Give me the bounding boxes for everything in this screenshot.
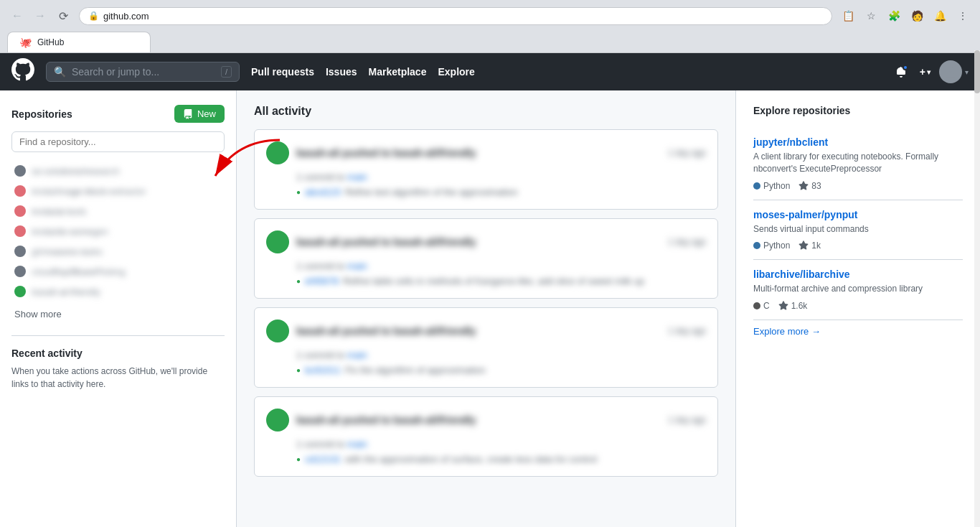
activity-header: basah-ali pushed to basah-ali/friendly 1… (266, 230, 706, 253)
explore-repo-link[interactable]: jupyter/nbclient (753, 136, 963, 148)
github-header: 🔍 Search or jump to... / Pull requests I… (0, 53, 980, 90)
explore-repo-desc: Multi-format archive and compression lib… (753, 283, 963, 295)
back-button[interactable]: ← (7, 6, 27, 26)
branch-link[interactable]: main (347, 439, 367, 449)
commit-sha-link[interactable]: bc91011 (305, 365, 341, 376)
activity-pushed: 1 commit to main (296, 172, 706, 182)
menu-btn[interactable]: ⋮ (953, 6, 973, 26)
tab-title: GitHub (37, 37, 64, 47)
nav-pull-requests[interactable]: Pull requests (251, 63, 314, 80)
explore-sidebar: Explore repositories jupyter/nbclient A … (736, 90, 980, 527)
repo-avatar (14, 205, 26, 217)
list-item[interactable]: gh/reasons-tasks (11, 241, 225, 261)
main-nav: Pull requests Issues Marketplace Explore (251, 63, 475, 80)
activity-pushed: 1 commit to main (296, 439, 706, 449)
list-item[interactable]: basah-ai-friendly (11, 281, 225, 302)
repo-search-input[interactable] (11, 131, 225, 152)
notification-dot (903, 65, 908, 70)
repo-list: iai-solutions/research kinda/image-block… (11, 161, 225, 302)
nav-issues[interactable]: Issues (326, 63, 357, 80)
commit-sha-link[interactable]: ef45678 (305, 276, 339, 286)
sidebar: Repositories New iai-solutions/research … (0, 90, 237, 527)
repo-name: gh/reasons-tasks (32, 246, 103, 257)
commit-dot: ● (296, 455, 301, 463)
explore-repo-item: jupyter/nbclient A client library for ex… (753, 128, 963, 200)
language-dot (753, 182, 760, 190)
explore-repo-meta: Python 83 (753, 181, 963, 191)
sidebar-header: Repositories New (11, 105, 225, 123)
language-dot (753, 242, 760, 249)
branch-link[interactable]: main (347, 172, 367, 182)
forward-button[interactable]: → (30, 6, 50, 26)
activity-title: basah-ali pushed to basah-ali/friendly (296, 414, 661, 426)
list-item[interactable]: kinda/ai-tools (11, 201, 225, 221)
explore-repo-link[interactable]: moses-palmer/pynput (753, 209, 963, 220)
activity-time: 1 day ago (668, 326, 706, 336)
list-item[interactable]: cloudflop/BlueePicking (11, 261, 225, 281)
branch-link[interactable]: main (347, 261, 367, 271)
sidebar-title: Repositories (11, 108, 72, 120)
repo-name: iai-solutions/research (32, 166, 120, 177)
list-item[interactable]: kinda/image-block-extractor (11, 181, 225, 201)
repo-name: basah-ai-friendly (32, 286, 100, 297)
bookmark-btn[interactable]: ☆ (861, 6, 881, 26)
pushed-text: 1 commit to (296, 172, 344, 182)
activity-body: 1 commit to main ● abcd123 Refine text a… (266, 172, 706, 197)
address-bar[interactable]: 🔒 github.com (79, 7, 832, 25)
commit-dot: ● (296, 366, 301, 374)
commit-message: Refine table cells in methods of Kangaro… (343, 276, 644, 286)
activity-avatar (266, 320, 289, 342)
list-item[interactable]: kinda/do-somegen (11, 221, 225, 241)
header-actions: + ▾ ▾ (891, 60, 969, 83)
activity-title: basah-ali pushed to basah-ali/friendly (296, 325, 661, 337)
explore-repo-link[interactable]: libarchive/libarchive (753, 269, 963, 280)
activity-card: basah-ali pushed to basah-ali/friendly 1… (254, 129, 718, 210)
list-item[interactable]: iai-solutions/research (11, 161, 225, 181)
language-label: Python (753, 241, 790, 251)
nav-marketplace[interactable]: Marketplace (369, 63, 427, 80)
explore-more-link[interactable]: Explore more → (753, 326, 963, 337)
explore-repo-meta: C 1.6k (753, 301, 963, 311)
activity-title: basah-ali pushed to basah-ali/friendly (296, 147, 661, 159)
commit-dot: ● (296, 277, 301, 285)
lock-icon: 🔒 (88, 11, 99, 21)
activity-avatar (266, 409, 289, 432)
branch-link[interactable]: main (347, 350, 367, 360)
search-shortcut: / (221, 66, 232, 78)
star-value: 1.6k (791, 301, 808, 311)
profile-btn[interactable]: 🧑 (907, 6, 927, 26)
explore-repo-desc: A client library for executing notebooks… (753, 151, 963, 175)
activity-header: basah-ali pushed to basah-ali/friendly 1… (266, 320, 706, 342)
explore-repo-desc: Sends virtual input commands (753, 223, 963, 235)
extension-btn[interactable]: 🧩 (884, 6, 904, 26)
language-label: Python (753, 181, 790, 191)
nav-explore[interactable]: Explore (438, 63, 474, 80)
github-logo[interactable] (11, 58, 34, 85)
repo-name: cloudflop/BlueePicking (32, 266, 126, 277)
commit-sha-link[interactable]: cd12131 (305, 454, 341, 465)
commit-sha-link[interactable]: abcd123 (305, 187, 341, 197)
search-placeholder: Search or jump to... (72, 66, 159, 78)
new-dropdown-button[interactable]: + ▾ (914, 62, 936, 82)
activity-pushed: 1 commit to main (296, 350, 706, 360)
url-text: github.com (103, 11, 149, 22)
pushed-text: 1 commit to (296, 261, 344, 271)
notif-btn[interactable]: 🔔 (930, 6, 950, 26)
screenshot-btn[interactable]: 📋 (838, 6, 858, 26)
avatar-dropdown-arrow[interactable]: ▾ (965, 68, 969, 76)
notifications-button[interactable] (891, 62, 911, 82)
search-icon: 🔍 (54, 66, 66, 78)
star-count: 1k (798, 241, 821, 251)
active-tab[interactable]: 🐙 GitHub (7, 32, 151, 52)
show-more-button[interactable]: Show more (11, 304, 65, 324)
scrollbar-track (974, 50, 980, 527)
reload-button[interactable]: ⟳ (53, 6, 73, 26)
user-avatar[interactable] (939, 60, 962, 83)
commit-message: Fix the algorithm of approximation (345, 365, 486, 376)
search-bar[interactable]: 🔍 Search or jump to... / (46, 62, 240, 82)
activity-title: basah-ali pushed to basah-ali/friendly (296, 236, 661, 248)
repo-avatar (14, 266, 26, 277)
scrollbar-thumb[interactable] (974, 50, 980, 93)
explore-repo-item: libarchive/libarchive Multi-format archi… (753, 260, 963, 320)
new-repo-button[interactable]: New (174, 105, 225, 123)
